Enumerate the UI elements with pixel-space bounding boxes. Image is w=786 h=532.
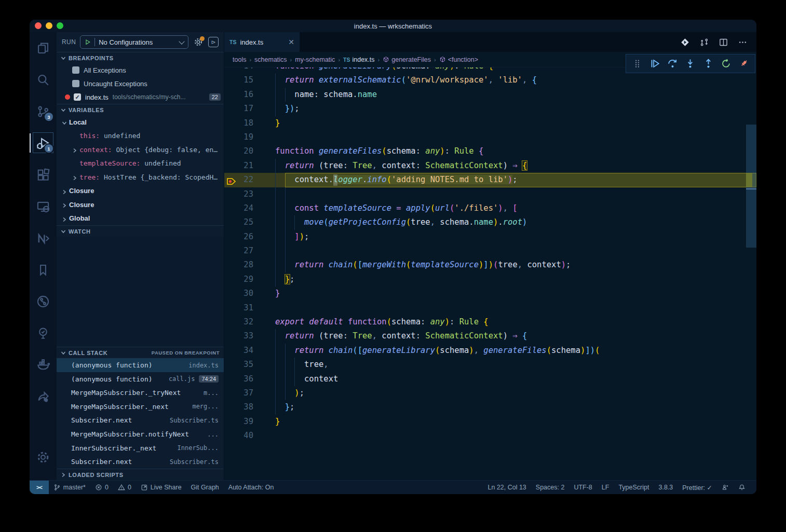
activity-bar-item-git-history[interactable] bbox=[30, 285, 57, 317]
variables-section-header[interactable]: VARIABLES bbox=[57, 104, 224, 115]
breadcrumb-item-schematics[interactable]: schematics bbox=[254, 56, 287, 63]
breadcrumb-item-my-schematic[interactable]: my-schematic bbox=[295, 56, 335, 63]
status-prettier-[interactable]: Prettier: ✓ bbox=[677, 481, 717, 494]
variable-row[interactable]: context: Object {debug: false, en… bbox=[57, 143, 224, 157]
status-typescript[interactable]: TypeScript bbox=[614, 481, 654, 494]
code-line-17[interactable]: 17 }); bbox=[224, 102, 756, 116]
launch-configuration-dropdown[interactable]: No Configurations bbox=[80, 35, 188, 49]
chevron-down-icon[interactable] bbox=[62, 119, 67, 125]
activity-bar-item-docker[interactable] bbox=[30, 349, 57, 380]
variable-row[interactable]: this: undefined bbox=[57, 129, 224, 143]
variable-row[interactable]: templateSource: undefined bbox=[57, 157, 224, 171]
code-line-27[interactable]: 27 bbox=[224, 244, 756, 258]
watch-section-header[interactable]: WATCH bbox=[57, 225, 224, 237]
step-into-button[interactable] bbox=[684, 57, 697, 71]
code-line-19[interactable]: 19 bbox=[224, 130, 756, 144]
zoom-window-button[interactable] bbox=[57, 22, 63, 29]
call-stack-section-header[interactable]: CALL STACK PAUSED ON BREAKPOINT bbox=[57, 347, 224, 358]
activity-bar-item-share[interactable] bbox=[30, 380, 57, 412]
chevron-right-icon[interactable] bbox=[62, 202, 67, 207]
code-line-16[interactable]: 16 name: schema.name bbox=[224, 88, 756, 102]
code-line-29[interactable]: 29 }; bbox=[224, 272, 756, 287]
variables-scope-row[interactable]: Local bbox=[57, 115, 224, 129]
status-error[interactable]: 0 bbox=[90, 481, 113, 494]
breakpoint-row[interactable]: All Exceptions bbox=[57, 63, 224, 77]
status-auto-attach-on[interactable]: Auto Attach: On bbox=[224, 481, 279, 494]
variables-scope-row[interactable]: Global bbox=[57, 212, 224, 226]
activity-bar-item-nx-console[interactable] bbox=[30, 222, 57, 254]
breakpoint-row[interactable]: ✓index.tstools/schematics/my-sch...22 bbox=[57, 90, 224, 104]
code-line-24[interactable]: 24 const templateSource = apply(url('./f… bbox=[224, 201, 756, 215]
call-stack-frame[interactable]: (anonymous function)call.js74:24 bbox=[57, 372, 224, 386]
activity-bar-item-remote-explorer[interactable] bbox=[30, 190, 57, 222]
code-line-21[interactable]: 21 return (tree: Tree, context: Schemati… bbox=[224, 159, 756, 173]
code-line-25[interactable]: 25 move(getProjectConfig(tree, schema.na… bbox=[224, 215, 756, 229]
chevron-right-icon[interactable] bbox=[72, 174, 77, 180]
call-stack-frame[interactable]: MergeMapSubscriber._tryNextm... bbox=[57, 386, 224, 400]
code-editor[interactable]: 14function generateLibrary(schema: any):… bbox=[224, 67, 756, 480]
restart-button[interactable] bbox=[720, 57, 733, 71]
call-stack-frame[interactable]: Subscriber.nextSubscriber.ts bbox=[57, 414, 224, 428]
code-line-40[interactable]: 40 bbox=[224, 429, 756, 443]
variables-scope-row[interactable]: Closure bbox=[57, 184, 224, 198]
code-line-32[interactable]: 32export default function(schema: any): … bbox=[224, 315, 756, 329]
activity-bar-item-source-control[interactable]: 3 bbox=[30, 96, 57, 127]
call-stack-frame[interactable]: InnerSubscriber._nextInnerSub... bbox=[57, 441, 224, 455]
variable-row[interactable]: tree: HostTree {_backend: ScopedH… bbox=[57, 170, 224, 184]
activity-bar-item-search[interactable] bbox=[30, 64, 57, 96]
code-line-20[interactable]: 20function generateFiles(schema: any): R… bbox=[224, 144, 756, 158]
tab-index-ts[interactable]: TS index.ts ✕ bbox=[224, 32, 300, 52]
status-ln-22-col-13[interactable]: Ln 22, Col 13 bbox=[483, 481, 531, 494]
call-stack-frame[interactable]: MergeMapSubscriber.notifyNext... bbox=[57, 427, 224, 441]
breakpoint-checkbox[interactable]: ✓ bbox=[74, 93, 81, 101]
code-line-31[interactable]: 31 bbox=[224, 301, 756, 315]
code-line-33[interactable]: 33 return (tree: Tree, context: Schemati… bbox=[224, 329, 756, 343]
code-line-18[interactable]: 18} bbox=[224, 116, 756, 130]
breadcrumb-item-function[interactable]: <function> bbox=[439, 56, 478, 63]
more-actions-icon[interactable] bbox=[738, 38, 747, 47]
code-line-26[interactable]: 26 ]); bbox=[224, 230, 756, 244]
status-branch[interactable]: master* bbox=[49, 481, 90, 494]
breadcrumb-item-index.ts[interactable]: TSindex.ts bbox=[343, 56, 375, 63]
code-line-37[interactable]: 37 ); bbox=[224, 386, 756, 400]
split-editor-icon[interactable] bbox=[719, 38, 728, 47]
code-line-22[interactable]: 22 context.logger.info('adding NOTES.md … bbox=[224, 173, 756, 187]
code-line-36[interactable]: 36 context bbox=[224, 372, 756, 386]
status-lf[interactable]: LF bbox=[597, 481, 614, 494]
status-utf-8[interactable]: UTF-8 bbox=[569, 481, 597, 494]
variables-scope-row[interactable]: Closure bbox=[57, 198, 224, 212]
chevron-right-icon[interactable] bbox=[62, 188, 67, 194]
activity-bar-item-test-explorer[interactable] bbox=[30, 317, 57, 349]
compare-changes-icon[interactable] bbox=[700, 38, 709, 47]
step-over-button[interactable] bbox=[666, 57, 680, 71]
breakpoints-section-header[interactable]: BREAKPOINTS bbox=[57, 52, 224, 63]
breadcrumb-item-generateFiles[interactable]: generateFiles bbox=[383, 56, 431, 63]
debug-console-button[interactable]: ⊳ bbox=[208, 37, 219, 47]
scrollbar[interactable] bbox=[746, 67, 756, 480]
activity-bar-item-settings[interactable] bbox=[30, 441, 57, 473]
activity-bar-item-bookmarks[interactable] bbox=[30, 254, 57, 285]
continue-button[interactable] bbox=[648, 57, 661, 71]
code-line-39[interactable]: 39} bbox=[224, 415, 756, 429]
code-line-34[interactable]: 34 return chain([generateLibrary(schema)… bbox=[224, 344, 756, 358]
breakpoint-row[interactable]: Uncaught Exceptions bbox=[57, 77, 224, 90]
close-window-button[interactable] bbox=[35, 22, 42, 29]
call-stack-frame[interactable]: (anonymous function)index.ts bbox=[57, 358, 224, 372]
code-line-15[interactable]: 15 return externalSchematic('@nrwl/works… bbox=[224, 73, 756, 87]
status-git-graph[interactable]: Git Graph bbox=[186, 481, 224, 494]
status-bell[interactable] bbox=[734, 481, 750, 494]
status-spaces-2[interactable]: Spaces: 2 bbox=[531, 481, 570, 494]
status-3-8-3[interactable]: 3.8.3 bbox=[654, 481, 677, 494]
status-liveshare[interactable]: Live Share bbox=[136, 481, 186, 494]
status-warning[interactable]: 0 bbox=[113, 481, 136, 494]
status-remote[interactable]: >< bbox=[30, 481, 49, 494]
code-line-35[interactable]: 35 tree, bbox=[224, 358, 756, 372]
debug-settings-button[interactable] bbox=[193, 36, 204, 48]
loaded-scripts-section-header[interactable]: LOADED SCRIPTS bbox=[57, 469, 224, 480]
breakpoint-checkbox[interactable] bbox=[72, 66, 79, 74]
breakpoint-checkbox[interactable] bbox=[72, 80, 79, 87]
code-line-38[interactable]: 38 }; bbox=[224, 400, 756, 414]
open-changes-icon[interactable] bbox=[681, 38, 689, 47]
code-line-30[interactable]: 30} bbox=[224, 287, 756, 301]
chevron-right-icon[interactable] bbox=[72, 147, 77, 152]
